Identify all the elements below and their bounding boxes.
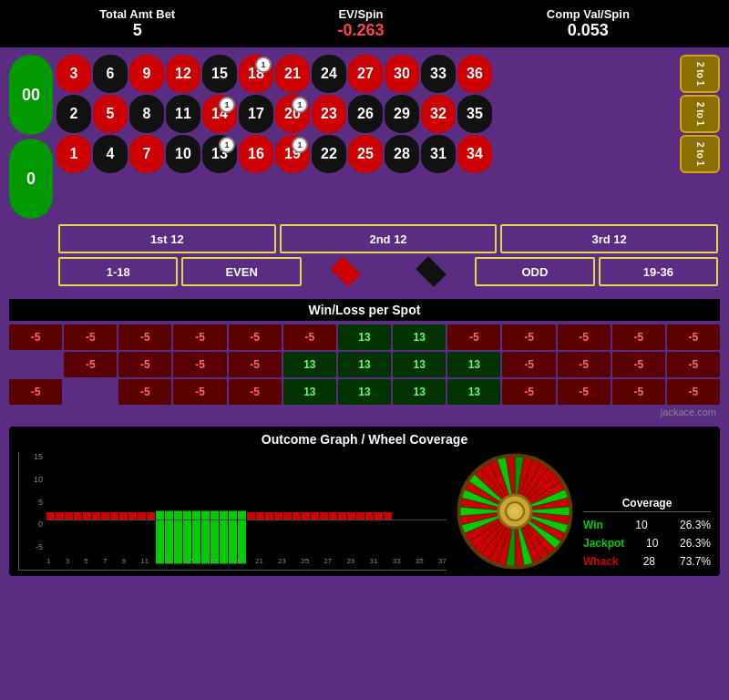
- cell-29[interactable]: 29: [385, 95, 419, 133]
- col-2to1-top[interactable]: 2 to 1: [680, 55, 720, 93]
- cell-17[interactable]: 17: [239, 95, 273, 133]
- bet-19-36[interactable]: 19-36: [599, 257, 718, 286]
- wl-cell: 13: [338, 379, 391, 405]
- bar-chart-inner: [46, 452, 447, 551]
- cell-16[interactable]: 16: [239, 135, 273, 173]
- col-2to1-bot[interactable]: 2 to 1: [680, 135, 720, 173]
- cell-12[interactable]: 12: [166, 55, 200, 93]
- dozen-1st[interactable]: 1st 12: [58, 224, 276, 253]
- cell-6[interactable]: 6: [93, 55, 128, 93]
- cell-1[interactable]: 1: [56, 135, 91, 173]
- cell-28[interactable]: 28: [385, 135, 419, 173]
- cell-27[interactable]: 27: [348, 55, 383, 93]
- cell-25[interactable]: 25: [348, 135, 383, 173]
- bar-20: [220, 469, 228, 551]
- bar-23: [247, 469, 255, 551]
- red-diamond[interactable]: [305, 257, 386, 286]
- cell-32[interactable]: 32: [421, 95, 456, 133]
- cell-0[interactable]: 0: [9, 139, 53, 219]
- cell-5[interactable]: 5: [93, 95, 128, 133]
- outcome-title: Outcome Graph / Wheel Coverage: [18, 432, 711, 447]
- cell-31[interactable]: 31: [421, 135, 456, 173]
- black-diamond-shape: [416, 256, 447, 287]
- comp-val-value: 0.053: [547, 21, 630, 40]
- bar-30: [311, 469, 319, 551]
- cell-22[interactable]: 22: [312, 135, 346, 173]
- total-amt-stat: Total Amt Bet 5: [99, 7, 175, 40]
- cell-3[interactable]: 3: [56, 55, 91, 93]
- cell-15[interactable]: 15: [202, 55, 237, 93]
- cell-23[interactable]: 23: [312, 95, 346, 133]
- wl-cell: [9, 352, 62, 377]
- wl-cell: -5: [173, 379, 226, 405]
- wl-cell: -5: [64, 324, 117, 350]
- bar-19: [210, 469, 219, 551]
- bar-18: [201, 469, 210, 551]
- wl-cell: -5: [64, 352, 117, 377]
- cell-33[interactable]: 33: [421, 55, 456, 93]
- bar-4: [74, 469, 82, 551]
- bet-even[interactable]: EVEN: [181, 257, 301, 286]
- dozen-2nd[interactable]: 2nd 12: [280, 224, 498, 253]
- wl-cell: -5: [667, 379, 720, 405]
- col-2to1-mid[interactable]: 2 to 1: [680, 95, 720, 133]
- cell-7[interactable]: 7: [129, 135, 164, 173]
- bar-33: [338, 469, 346, 551]
- cell-20[interactable]: 201: [275, 95, 310, 133]
- wl-cell: -5: [502, 352, 555, 377]
- bar-15: [174, 469, 182, 551]
- winloss-section: Win/Loss per Spot -5-5-5-5-5-51313-5-5-5…: [0, 295, 729, 421]
- cell-4[interactable]: 4: [93, 135, 128, 173]
- zero-line: [46, 520, 447, 520]
- cell-36[interactable]: 36: [457, 55, 492, 93]
- wl-cell: -5: [173, 352, 226, 377]
- wheel-svg: [456, 452, 574, 571]
- bar-1: [46, 469, 55, 551]
- wl-cell: -5: [612, 379, 665, 405]
- cell-21[interactable]: 21: [275, 55, 310, 93]
- cell-11[interactable]: 11: [166, 95, 200, 133]
- cov-jackpot-label: Jackpot: [583, 537, 624, 550]
- bar-29: [302, 469, 310, 551]
- cell-2[interactable]: 2: [56, 95, 91, 133]
- bar-28: [293, 469, 301, 551]
- wl-cell: 13: [393, 324, 446, 350]
- number-row-1: 3 6 9 12 15 181 21 24 27 30 33 36: [56, 55, 676, 93]
- black-diamond[interactable]: [390, 257, 471, 286]
- bar-34: [347, 469, 355, 551]
- cell-34[interactable]: 34: [457, 135, 492, 173]
- bet-1-18[interactable]: 1-18: [58, 257, 178, 286]
- bar-8: [110, 469, 118, 551]
- bar-21: [229, 469, 237, 551]
- cell-19[interactable]: 191: [275, 135, 310, 173]
- cell-14[interactable]: 141: [202, 95, 237, 133]
- cov-row-jackpot: Jackpot 10 26.3%: [583, 534, 711, 552]
- cell-26[interactable]: 26: [348, 95, 383, 133]
- red-diamond-shape: [331, 256, 362, 287]
- bet-odd[interactable]: ODD: [475, 257, 594, 286]
- wl-cell: [64, 379, 117, 405]
- cell-13[interactable]: 131: [202, 135, 237, 173]
- cov-win-label: Win: [583, 519, 603, 531]
- comp-val-stat: Comp Val/Spin 0.053: [547, 7, 630, 40]
- wheel-container: [456, 452, 574, 571]
- cov-whack-pct: 73.7%: [680, 555, 711, 568]
- dozen-3rd[interactable]: 3rd 12: [500, 224, 718, 253]
- jackace-credit: jackace.com: [9, 407, 720, 417]
- cov-whack-label: Whack: [583, 555, 619, 568]
- ev-spin-label: EV/Spin: [337, 7, 384, 21]
- cell-24[interactable]: 24: [312, 55, 346, 93]
- cell-30[interactable]: 30: [385, 55, 419, 93]
- chip-18: 1: [255, 57, 272, 73]
- cell-9[interactable]: 9: [129, 55, 164, 93]
- bar-38: [384, 469, 392, 551]
- cell-35[interactable]: 35: [457, 95, 492, 133]
- cell-18[interactable]: 181: [239, 55, 273, 93]
- cell-8[interactable]: 8: [129, 95, 164, 133]
- bar-9: [119, 469, 128, 551]
- bar-32: [329, 469, 337, 551]
- cov-row-win: Win 10 26.3%: [583, 516, 711, 534]
- cell-00[interactable]: 00: [9, 55, 53, 135]
- even-money-row: 1-18 EVEN ODD 19-36: [11, 257, 718, 286]
- cell-10[interactable]: 10: [166, 135, 200, 173]
